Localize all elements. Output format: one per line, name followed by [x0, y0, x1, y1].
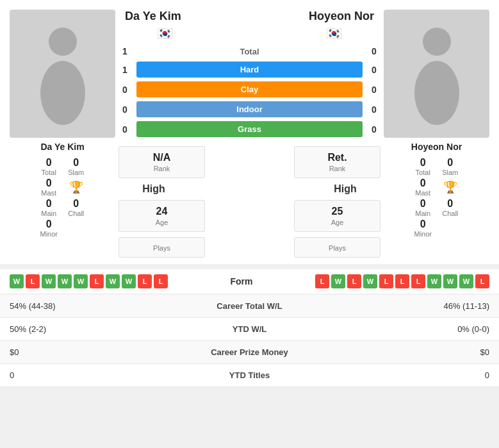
right-chall-cell: 0 Chall	[441, 198, 459, 217]
high-rank-row: High High	[119, 183, 380, 195]
left-main-value: 0	[40, 198, 58, 210]
right-form-badge-W: W	[427, 274, 441, 288]
right-player-photo	[384, 10, 489, 138]
left-mast-label: Mast	[40, 189, 58, 197]
right-form-badge-W: W	[459, 274, 473, 288]
right-age-label: Age	[298, 219, 377, 226]
left-form-badge-W: W	[106, 274, 120, 288]
stat-right-3: 0	[356, 364, 499, 387]
right-minor-value: 0	[414, 219, 432, 230]
left-name-top: Da Ye Kim	[125, 10, 181, 23]
right-form-badge-W: W	[363, 274, 377, 288]
stat-right-1: 0% (0-0)	[356, 318, 499, 341]
stats-row-3: 0 YTD Titles 0	[0, 364, 499, 387]
left-player-stats: 0 Total 0 Slam 0 Mast 🏆 0 Main	[40, 157, 85, 238]
left-form-badge-W: W	[42, 274, 56, 288]
left-chall-label: Chall	[67, 210, 85, 217]
left-chall-value: 0	[67, 198, 85, 210]
right-plays-label: Plays	[298, 244, 377, 252]
right-minor-cell: 0 Minor	[414, 219, 432, 238]
spacer2	[194, 183, 305, 195]
right-name-top: Hoyeon Nor	[309, 10, 374, 23]
left-info-card: N/A Rank	[119, 146, 205, 178]
names-flags-row: Da Ye Kim Hoyeon Nor	[119, 10, 380, 23]
left-age-card: 24 Age	[119, 200, 205, 232]
left-grass-count: 0	[119, 124, 131, 135]
left-form-badges: WLWWWLWWLL	[10, 274, 168, 288]
stat-label-1: YTD W/L	[143, 318, 356, 341]
left-mast-value: 0	[40, 178, 58, 189]
right-plays-card: Plays	[294, 237, 380, 258]
right-form-badge-L: L	[379, 274, 393, 288]
right-total-cell: 0 Total	[414, 157, 432, 176]
right-mast-cell: 0 Mast	[414, 178, 432, 197]
right-indoor-count: 0	[368, 104, 380, 115]
left-form-badge-W: W	[122, 274, 136, 288]
hard-row: 1 Hard 0	[119, 62, 380, 78]
left-player-photo	[10, 10, 115, 138]
stat-label-2: Career Prize Money	[143, 341, 356, 364]
left-slam-cell: 0 Slam	[67, 157, 85, 176]
right-slam-cell: 0 Slam	[441, 157, 459, 176]
left-form-badge-W: W	[10, 274, 24, 288]
left-trophy-icon: 🏆	[69, 180, 83, 194]
right-total-count: 0	[368, 46, 380, 56]
stat-right-0: 46% (11-13)	[356, 295, 499, 318]
right-main-value: 0	[414, 198, 432, 210]
right-main-cell: 0 Main	[414, 198, 432, 217]
left-form-badge-L: L	[90, 274, 104, 288]
total-row: 1 Total 0	[119, 46, 380, 56]
grass-row: 0 Grass 0	[119, 121, 380, 137]
left-high-label: High	[142, 183, 165, 194]
right-flag: 🇰🇷	[326, 26, 342, 41]
clay-badge: Clay	[136, 81, 363, 97]
left-main-cell: 0 Main	[40, 198, 58, 217]
left-total-cell: 0 Total	[40, 157, 58, 176]
right-chall-label: Chall	[441, 210, 459, 217]
hard-badge: Hard	[136, 62, 363, 78]
left-total-count: 1	[119, 46, 131, 56]
left-age-label: Age	[122, 219, 201, 226]
left-flag: 🇰🇷	[157, 26, 173, 41]
right-rank-value: Ret.	[298, 152, 377, 163]
form-label: Form	[231, 276, 253, 286]
left-form-badge-W: W	[74, 274, 88, 288]
right-main-label: Main	[414, 210, 432, 217]
grass-badge: Grass	[136, 121, 363, 137]
right-player-stats: 0 Total 0 Slam 0 Mast 🏆 0 Main	[414, 157, 459, 238]
left-slam-label: Slam	[67, 169, 85, 176]
player-comparison-section: Da Ye Kim 0 Total 0 Slam 0 Mast 🏆	[0, 0, 499, 264]
right-age-value: 25	[298, 206, 377, 217]
left-minor-cell: 0 Minor	[40, 219, 58, 238]
stat-left-0: 54% (44-38)	[0, 295, 143, 318]
stats-row-2: $0 Career Prize Money $0	[0, 341, 499, 364]
right-minor-label: Minor	[414, 230, 432, 238]
left-chall-cell: 0 Chall	[67, 198, 85, 217]
right-info-card: Ret. Rank	[294, 146, 380, 178]
left-indoor-count: 0	[119, 104, 131, 115]
right-high-rank: High	[310, 183, 380, 195]
left-high-rank: High	[119, 183, 189, 195]
svg-point-1	[40, 61, 85, 125]
left-rank-label: Rank	[122, 165, 201, 172]
center-panel: Da Ye Kim Hoyeon Nor 🇰🇷 🇰🇷 1 Total 0 1 H…	[119, 10, 380, 258]
right-form-badge-W: W	[331, 274, 345, 288]
right-mast-label: Mast	[414, 189, 432, 197]
right-form-badge-L: L	[315, 274, 329, 288]
right-high-label: High	[334, 183, 357, 194]
form-section: WLWWWLWWLL Form LWLWLLLWWWL	[0, 269, 499, 294]
flag-row: 🇰🇷 🇰🇷	[119, 26, 380, 41]
plays-row: Plays Plays	[119, 237, 380, 258]
left-main-label: Main	[40, 210, 58, 217]
right-hard-count: 0	[368, 65, 380, 75]
right-form-badge-L: L	[411, 274, 425, 288]
stat-label-3: YTD Titles	[143, 364, 356, 387]
right-form-badges: LWLWLLLWWWL	[315, 274, 489, 288]
right-chall-value: 0	[441, 198, 459, 210]
stats-row-0: 54% (44-38) Career Total W/L 46% (11-13)	[0, 295, 499, 318]
svg-point-3	[414, 61, 459, 125]
right-total-value: 0	[414, 157, 432, 169]
left-clay-count: 0	[119, 85, 131, 95]
left-form-badge-L: L	[26, 274, 40, 288]
right-clay-count: 0	[368, 85, 380, 95]
